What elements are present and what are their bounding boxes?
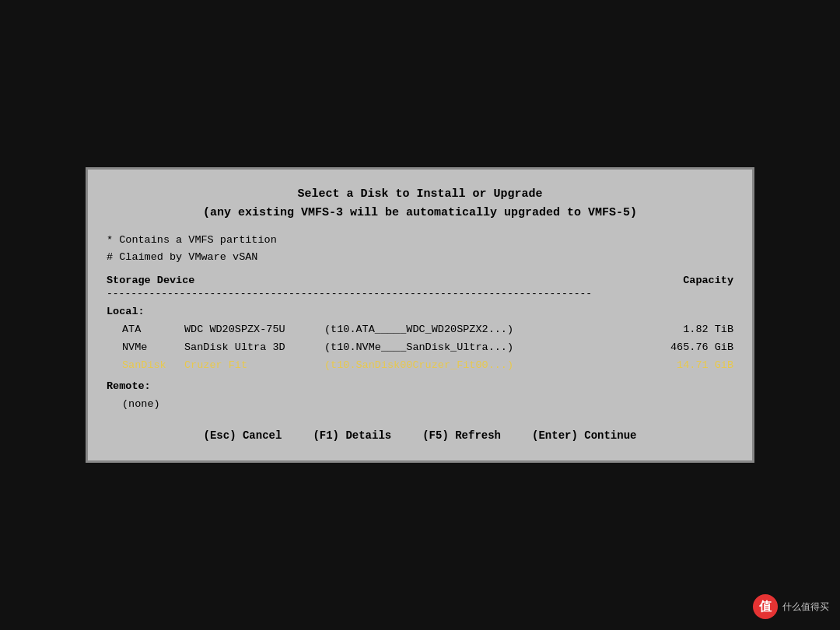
device-id-nvme: (t10.NVMe____SanDisk_Ultra...) <box>324 339 648 357</box>
device-type-nvme: NVMe <box>122 339 184 357</box>
dialog-notes: * Contains a VMFS partition # Claimed by… <box>107 232 733 265</box>
details-button[interactable]: (F1) Details <box>313 429 391 442</box>
remote-none: (none) <box>107 396 733 414</box>
local-label: Local: <box>107 303 733 321</box>
device-capacity-nvme: 465.76 GiB <box>648 339 733 357</box>
watermark-icon: 值 <box>753 594 778 619</box>
dialog-title: Select a Disk to Install or Upgrade (any… <box>107 185 733 222</box>
device-name-sandisk: Cruzer Fit <box>184 357 324 375</box>
device-id-ata: (t10.ATA_____WDC_WD20SPZX2...) <box>324 321 648 339</box>
device-row-nvme[interactable]: NVMe SanDisk Ultra 3D (t10.NVMe____SanDi… <box>107 339 733 357</box>
device-name-nvme: SanDisk Ultra 3D <box>184 339 324 357</box>
table-header: Storage Device Capacity <box>107 275 733 288</box>
device-row-ata[interactable]: ATA WDC WD20SPZX-75U (t10.ATA_____WDC_WD… <box>107 321 733 339</box>
device-type-ata: ATA <box>122 321 184 339</box>
disk-selection-dialog: Select a Disk to Install or Upgrade (any… <box>86 167 754 462</box>
refresh-button[interactable]: (F5) Refresh <box>422 429 501 442</box>
col-capacity-header: Capacity <box>683 275 733 286</box>
device-name-ata: WDC WD20SPZX-75U <box>184 321 324 339</box>
continue-button[interactable]: (Enter) Continue <box>532 429 636 442</box>
remote-label: Remote: <box>107 378 733 396</box>
device-id-sandisk: (t10.SanDisk00Cruzer_Fit00...) <box>324 357 648 375</box>
watermark: 值 什么值得买 <box>753 594 829 619</box>
cancel-button[interactable]: (Esc) Cancel <box>204 429 282 442</box>
device-capacity-ata: 1.82 TiB <box>648 321 733 339</box>
footer-bar: (Esc) Cancel (F1) Details (F5) Refresh (… <box>107 429 733 442</box>
watermark-text: 什么值得买 <box>782 600 829 614</box>
col-device-header: Storage Device <box>107 275 194 286</box>
device-capacity-sandisk: 14.71 GiB <box>648 357 733 375</box>
device-row-sandisk[interactable]: SanDisk Cruzer Fit (t10.SanDisk00Cruzer_… <box>107 357 733 375</box>
table-divider: ----------------------------------------… <box>107 288 733 300</box>
device-type-sandisk: SanDisk <box>122 357 184 375</box>
storage-table: Storage Device Capacity ----------------… <box>107 275 733 413</box>
